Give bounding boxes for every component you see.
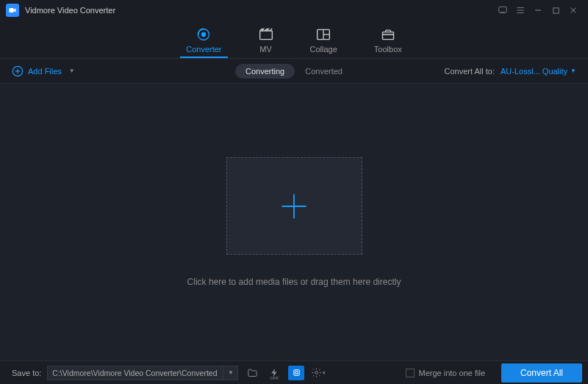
svg-rect-1 bbox=[499, 7, 507, 12]
settings-button[interactable]: ▾ bbox=[310, 366, 326, 380]
save-path-selector[interactable]: C:\Vidmore\Vidmore Video Converter\Conve… bbox=[47, 366, 238, 380]
svg-rect-6 bbox=[553, 7, 558, 12]
tab-label: Toolbox bbox=[374, 45, 402, 54]
open-folder-button[interactable] bbox=[244, 366, 260, 380]
tab-toolbox[interactable]: Toolbox bbox=[374, 27, 402, 58]
menu-icon[interactable] bbox=[512, 1, 529, 19]
svg-rect-15 bbox=[382, 32, 393, 40]
convert-all-to-label: Convert All to: bbox=[445, 67, 495, 76]
save-to-label: Save to: bbox=[12, 369, 41, 377]
svg-point-10 bbox=[202, 33, 206, 37]
converter-icon bbox=[196, 27, 211, 42]
plus-circle-icon bbox=[12, 65, 24, 77]
convert-all-button[interactable]: Convert All bbox=[501, 363, 582, 383]
titlebar: Vidmore Video Converter bbox=[0, 0, 588, 21]
save-path-text: C:\Vidmore\Vidmore Video Converter\Conve… bbox=[48, 369, 223, 377]
chevron-down-icon[interactable]: ▼ bbox=[223, 366, 237, 380]
hardware-accel-toggle[interactable] bbox=[288, 366, 304, 380]
chevron-down-icon: ▼ bbox=[69, 68, 75, 74]
svg-rect-0 bbox=[10, 8, 14, 12]
tab-converting[interactable]: Converting bbox=[235, 64, 295, 79]
feedback-icon[interactable] bbox=[494, 1, 512, 19]
app-title: Vidmore Video Converter bbox=[25, 6, 115, 15]
checkbox-icon bbox=[406, 369, 415, 377]
tab-converted[interactable]: Converted bbox=[295, 64, 353, 79]
add-media-dropzone[interactable] bbox=[226, 157, 362, 255]
output-format-selector[interactable]: AU-Lossl... Quality ▼ bbox=[501, 67, 576, 76]
drop-hint-text: Click here to add media files or drag th… bbox=[187, 277, 401, 287]
tab-mv[interactable]: MV bbox=[259, 27, 273, 58]
add-files-label: Add Files bbox=[28, 67, 62, 76]
main-nav: Converter MV Collage Toolbox bbox=[0, 21, 588, 59]
format-selected-text: AU-Lossl... Quality bbox=[501, 67, 567, 76]
bottom-bar: Save to: C:\Vidmore\Vidmore Video Conver… bbox=[0, 361, 588, 384]
merge-into-one-checkbox[interactable]: Merge into one file bbox=[406, 369, 486, 377]
tab-label: MV bbox=[259, 45, 272, 54]
svg-rect-22 bbox=[295, 372, 298, 374]
file-drop-area: Click here to add media files or drag th… bbox=[0, 84, 588, 361]
merge-label: Merge into one file bbox=[419, 369, 486, 377]
chevron-down-icon: ▼ bbox=[570, 68, 576, 74]
toolbox-icon bbox=[381, 27, 395, 42]
svg-rect-21 bbox=[294, 370, 300, 376]
mv-icon bbox=[259, 27, 273, 42]
tab-converter[interactable]: Converter bbox=[186, 27, 221, 58]
plus-icon bbox=[278, 190, 310, 222]
convert-status-tabs: Converting Converted bbox=[235, 64, 353, 79]
tab-collage[interactable]: Collage bbox=[310, 27, 337, 58]
high-speed-toggle[interactable]: OFF bbox=[266, 366, 282, 380]
convert-all-to: Convert All to: AU-Lossl... Quality ▼ bbox=[445, 67, 577, 76]
secondary-bar: Add Files ▼ Converting Converted Convert… bbox=[0, 59, 588, 84]
tab-label: Converter bbox=[186, 45, 221, 54]
maximize-button[interactable] bbox=[547, 1, 564, 19]
svg-point-23 bbox=[315, 372, 318, 374]
close-button[interactable] bbox=[564, 1, 582, 19]
collage-icon bbox=[316, 27, 331, 42]
app-logo-icon bbox=[6, 4, 19, 17]
add-files-button[interactable]: Add Files ▼ bbox=[12, 65, 75, 77]
minimize-button[interactable] bbox=[529, 1, 547, 19]
tab-label: Collage bbox=[310, 45, 337, 54]
svg-rect-11 bbox=[259, 31, 272, 40]
